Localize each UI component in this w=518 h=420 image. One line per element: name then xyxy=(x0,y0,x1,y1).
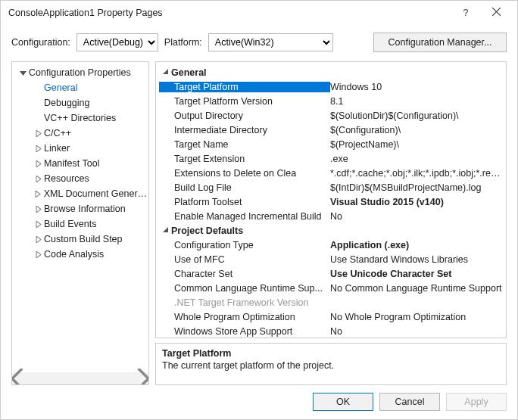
property-row[interactable]: Target PlatformWindows 10 xyxy=(159,79,503,94)
collapse-icon xyxy=(17,70,29,76)
collapse-icon xyxy=(159,227,171,234)
property-grid[interactable]: GeneralTarget PlatformWindows 10Target P… xyxy=(155,61,507,338)
property-value[interactable]: $(ProjectName)\ xyxy=(330,139,503,150)
property-row[interactable]: Enable Managed Incremental BuildNo xyxy=(159,209,503,223)
tree-item[interactable]: XML Document Genera... xyxy=(12,186,148,201)
property-name: Build Log File xyxy=(159,182,330,193)
configuration-manager-button[interactable]: Configuration Manager... xyxy=(373,33,507,52)
property-row[interactable]: Target Name$(ProjectName)\ xyxy=(159,137,503,151)
tree-item-label: Linker xyxy=(44,143,70,154)
property-row[interactable]: Windows Store App SupportNo xyxy=(159,324,503,338)
tree-item-label: General xyxy=(44,82,77,93)
property-name: Target Platform xyxy=(159,82,330,92)
property-name: Target Extension xyxy=(159,154,330,164)
property-row[interactable]: .NET Target Framework Version xyxy=(159,295,503,310)
config-toolbar: Configuration: Active(Debug) Platform: A… xyxy=(1,25,517,61)
platform-select[interactable]: Active(Win32) xyxy=(208,33,333,51)
tree-item[interactable]: Custom Build Step xyxy=(12,232,148,247)
property-value[interactable]: Windows 10 xyxy=(330,82,503,92)
help-icon: ? xyxy=(463,8,469,18)
configuration-select[interactable]: Active(Debug) xyxy=(76,33,158,51)
tree-item-label: Custom Build Step xyxy=(44,234,123,244)
expand-icon xyxy=(32,145,44,152)
property-value[interactable]: Use Standard Windows Libraries xyxy=(330,254,503,265)
property-name: Common Language Runtime Sup... xyxy=(159,283,330,294)
window-title: ConsoleApplication1 Property Pages xyxy=(8,8,451,18)
tree-item[interactable]: Resources xyxy=(12,171,148,186)
description-panel: Target Platform The current target platf… xyxy=(155,343,507,385)
property-name: Whole Program Optimization xyxy=(159,312,330,322)
tree-item[interactable]: General xyxy=(12,80,148,95)
apply-button[interactable]: Apply xyxy=(446,393,507,411)
property-value[interactable]: .exe xyxy=(330,154,503,164)
property-name: Windows Store App Support xyxy=(159,326,330,337)
tree-item[interactable]: Linker xyxy=(12,141,148,156)
cancel-button[interactable]: Cancel xyxy=(379,393,440,411)
expand-icon xyxy=(32,176,44,182)
property-row[interactable]: Platform ToolsetVisual Studio 2015 (v140… xyxy=(159,194,503,209)
configuration-label: Configuration: xyxy=(11,37,70,48)
help-button[interactable]: ? xyxy=(451,2,481,23)
tree-item[interactable]: Build Events xyxy=(12,216,148,232)
tree-item-label: C/C++ xyxy=(44,128,71,138)
property-value[interactable]: $(Configuration)\ xyxy=(330,125,503,135)
close-button[interactable] xyxy=(481,2,511,23)
expand-icon xyxy=(32,221,44,228)
property-row[interactable]: Whole Program OptimizationNo Whole Progr… xyxy=(159,310,503,324)
property-value[interactable]: No Common Language Runtime Support xyxy=(330,283,503,294)
expand-icon xyxy=(32,236,44,243)
property-row[interactable]: Configuration TypeApplication (.exe) xyxy=(159,238,503,252)
property-row[interactable]: Character SetUse Unicode Character Set xyxy=(159,266,503,281)
property-value[interactable]: Application (.exe) xyxy=(330,240,503,250)
tree-item-label: Code Analysis xyxy=(44,249,104,260)
property-row[interactable]: Target Extension.exe xyxy=(159,151,503,166)
tree-item-label: XML Document Genera... xyxy=(44,188,148,199)
property-value[interactable]: No xyxy=(330,326,503,337)
section-header[interactable]: General xyxy=(159,65,503,79)
property-row[interactable]: Extensions to Delete on Clea*.cdf;*.cach… xyxy=(159,166,503,180)
property-value[interactable]: No xyxy=(330,211,503,222)
property-name: Extensions to Delete on Clea xyxy=(159,168,330,179)
tree-item-label: Build Events xyxy=(44,219,96,229)
scroll-left-arrow[interactable] xyxy=(12,372,24,384)
property-value[interactable]: $(SolutionDir)$(Configuration)\ xyxy=(330,110,503,121)
property-value[interactable]: No Whole Program Optimization xyxy=(330,312,503,322)
tree-item[interactable]: Manifest Tool xyxy=(12,156,148,171)
property-row[interactable]: Build Log File$(IntDir)$(MSBuildProjectN… xyxy=(159,180,503,194)
property-row[interactable]: Output Directory$(SolutionDir)$(Configur… xyxy=(159,108,503,123)
title-bar: ConsoleApplication1 Property Pages ? xyxy=(1,1,517,25)
tree-item-label: Resources xyxy=(44,173,89,184)
property-name: Configuration Type xyxy=(159,240,330,250)
collapse-icon xyxy=(159,69,171,76)
property-row[interactable]: Intermediate Directory$(Configuration)\ xyxy=(159,123,503,137)
tree-item[interactable]: VC++ Directories xyxy=(12,110,148,126)
property-value[interactable]: *.cdf;*.cache;*.obj;*.ilk;*.ipdb;*.iobj;… xyxy=(330,168,503,179)
ok-button[interactable]: OK xyxy=(313,393,373,411)
tree-root[interactable]: Configuration Properties xyxy=(12,65,148,80)
tree-root-label: Configuration Properties xyxy=(29,67,131,78)
property-name: Output Directory xyxy=(159,110,330,121)
scroll-right-arrow[interactable] xyxy=(136,372,148,384)
section-header[interactable]: Project Defaults xyxy=(159,223,503,238)
tree-item[interactable]: Debugging xyxy=(12,95,148,110)
property-value[interactable]: Use Unicode Character Set xyxy=(330,269,503,279)
property-row[interactable]: Common Language Runtime Sup...No Common … xyxy=(159,281,503,295)
expand-icon xyxy=(32,251,44,258)
tree-item-label: Browse Information xyxy=(44,204,126,214)
horizontal-scrollbar[interactable] xyxy=(12,372,148,384)
nav-tree[interactable]: Configuration PropertiesGeneralDebugging… xyxy=(11,61,149,385)
property-row[interactable]: Target Platform Version8.1 xyxy=(159,94,503,108)
property-name: Platform Toolset xyxy=(159,197,330,207)
tree-item-label: VC++ Directories xyxy=(44,113,116,123)
expand-icon xyxy=(32,130,44,137)
tree-item[interactable]: Browse Information xyxy=(12,201,148,216)
expand-icon xyxy=(32,160,44,167)
property-name: Target Platform Version xyxy=(159,96,330,107)
property-row[interactable]: Use of MFCUse Standard Windows Libraries xyxy=(159,252,503,266)
section-title: Project Defaults xyxy=(171,226,243,236)
property-value[interactable]: 8.1 xyxy=(330,96,503,107)
property-value[interactable]: $(IntDir)$(MSBuildProjectName).log xyxy=(330,182,503,193)
property-value[interactable]: Visual Studio 2015 (v140) xyxy=(330,197,503,207)
tree-item[interactable]: C/C++ xyxy=(12,126,148,141)
tree-item[interactable]: Code Analysis xyxy=(12,247,148,262)
